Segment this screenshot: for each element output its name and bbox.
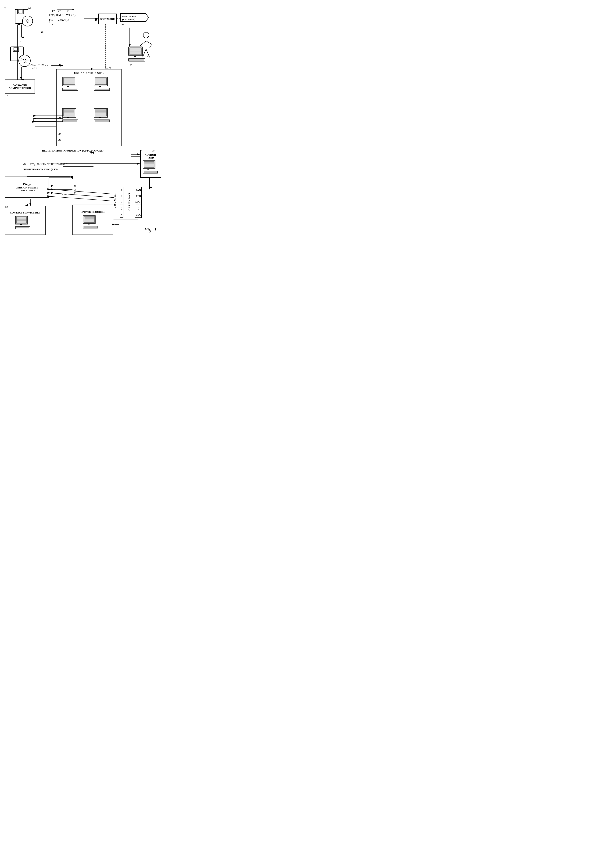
contact-service-rep-box: CONTACT SERVICE REP [5, 206, 46, 235]
org-computer-2 [93, 77, 113, 92]
ref-22: ~ 22 [32, 67, 37, 70]
svg-rect-115 [16, 227, 29, 228]
purchase-license-box: PURCHASE (LICENSE) [120, 11, 151, 25]
pw-encrypted-label: 40 ~ PW1,1 (ENCRYPTED/STANDARD) [23, 163, 68, 166]
fig-label: Fig. 1 [144, 226, 157, 233]
ref-42: 42 [152, 150, 155, 152]
svg-marker-49 [51, 10, 52, 12]
svg-rect-83 [95, 89, 109, 90]
floppy-disk-1: S [14, 8, 33, 28]
calendar-row-mar: MAR [135, 199, 141, 205]
authorized-box: AUTHOR- IZED [140, 150, 161, 178]
svg-line-146 [50, 193, 114, 198]
svg-marker-48 [72, 9, 74, 10]
svg-rect-91 [63, 120, 77, 122]
svg-rect-97 [99, 117, 101, 119]
ref-38: 38 [58, 139, 61, 141]
ref-54: 54 [74, 188, 76, 191]
svg-rect-123 [84, 226, 97, 228]
ref-50: ~ 50 [62, 193, 67, 196]
org-computer-4 [93, 108, 113, 124]
calendar-row-jan: JAN [135, 187, 141, 193]
ref-18: 18 [50, 23, 53, 26]
counter-label: COUNTER [113, 192, 116, 208]
svg-rect-89 [67, 117, 69, 119]
svg-text:(LICENSE): (LICENSE) [122, 18, 135, 21]
computer-30 [127, 46, 148, 64]
svg-rect-67 [129, 59, 144, 61]
svg-line-147 [50, 196, 114, 201]
org-computer-1 [61, 77, 81, 92]
org-site-box: ORGANIZATION SITE [56, 69, 121, 146]
formula-arrows [50, 8, 78, 13]
ref-48: 48 [75, 235, 77, 236]
ref-10: 10 [3, 6, 6, 9]
password-admin-box: PASSWORD ADMINISTRATOR [5, 80, 35, 94]
calendar-row-feb: FEB [135, 193, 141, 199]
calendar-row-dots: ⋮ [135, 205, 141, 212]
formula-fn: Fn(S, DATE, PW1,x-1) [49, 13, 75, 17]
formula-pw: PW1,1 ··· PW1,N [49, 19, 69, 22]
ref-52: 52 [74, 185, 76, 188]
pwn-series: PWN,1 ··· PWN,X [31, 63, 48, 67]
svg-rect-109 [16, 217, 27, 223]
svg-text:S: S [14, 49, 15, 52]
ref-16: 16 [41, 31, 43, 33]
counter-row-n: N [120, 212, 123, 218]
svg-rect-105 [147, 169, 149, 169]
counter-cells: 1 2 3 ⋮ N [120, 187, 123, 218]
svg-rect-65 [134, 55, 136, 57]
ref-34: 34 [58, 116, 61, 119]
svg-line-57 [150, 45, 152, 48]
svg-text:PURCHASE: PURCHASE [122, 15, 137, 18]
svg-rect-121 [88, 223, 89, 225]
calendar-label: CALENDAR [128, 192, 131, 211]
svg-rect-101 [144, 162, 154, 168]
reg-info-esn-label: REGISTRATION INFO (ESN) [23, 168, 58, 171]
ref-26: 26 [121, 23, 124, 26]
calendar-row-dec: DEC [135, 212, 141, 218]
org-site-label: ORGANIZATION SITE [74, 71, 103, 75]
svg-point-52 [143, 32, 149, 38]
svg-rect-75 [63, 89, 77, 90]
svg-rect-73 [67, 86, 69, 87]
counter-row-2: 2 [120, 193, 123, 199]
org-computer-3 [61, 108, 81, 124]
svg-line-55 [146, 41, 152, 45]
diagram-container: 10 14 S ··· S [0, 0, 164, 236]
ref-58: 58 [5, 205, 8, 208]
ref-32: 32 [58, 132, 61, 135]
ref-36: 36 [140, 150, 142, 152]
update-required-box: UPDATE REQUIRED [72, 205, 113, 235]
svg-line-45 [52, 9, 58, 11]
software-box: SOFTWARE [98, 14, 117, 24]
svg-line-54 [140, 41, 146, 46]
ref-56: 56 [74, 192, 76, 195]
svg-line-145 [50, 189, 114, 194]
counter-row-1: 1 [120, 187, 123, 193]
svg-rect-81 [99, 86, 101, 87]
svg-rect-99 [95, 120, 109, 122]
calendar-cells: JAN FEB MAR ⋮ DEC [135, 187, 141, 218]
svg-rect-113 [20, 224, 22, 225]
reg-info-label: REGISTRATION INFORMATION (AUTO/MANUAL) [42, 149, 103, 152]
counter-row-dots: ⋮ [120, 205, 123, 212]
pw-version-box: PW1,2,VERSION UPDATEDEACTIVATE [5, 177, 49, 198]
svg-rect-117 [84, 216, 94, 223]
ref-24: 24 [5, 94, 8, 97]
counter-row-3: 3 [120, 199, 123, 205]
ref-44: 44 [125, 235, 127, 236]
floppy-disk-2: S [9, 46, 33, 68]
svg-text:S: S [18, 12, 20, 14]
ref-46: 46 [142, 235, 145, 236]
ref-30: 30 [130, 64, 132, 66]
svg-rect-107 [144, 171, 157, 173]
